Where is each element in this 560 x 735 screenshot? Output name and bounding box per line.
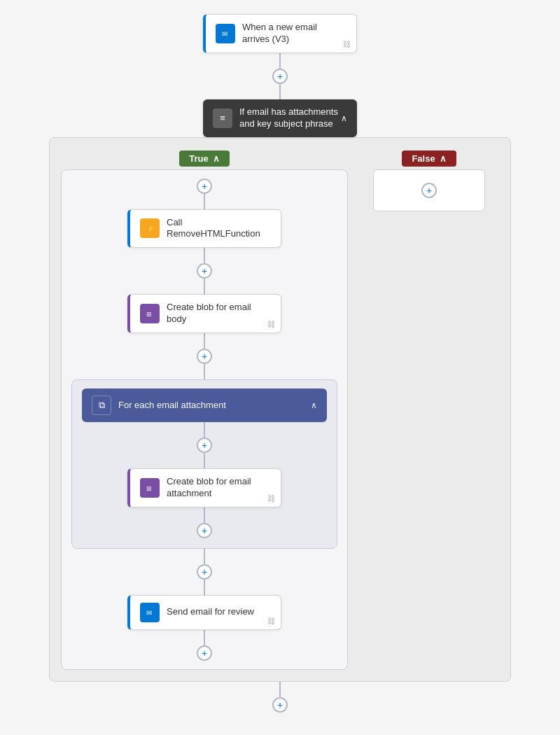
foreach-icon: ⧉: [92, 396, 111, 415]
branch-container: True ∧ + ⚡ Call RemoveHTMLFunction: [49, 137, 511, 682]
branch-false: False ∧ +: [359, 150, 499, 211]
trigger-link-icon: ⛓: [343, 40, 351, 48]
line-true-bottom: [204, 630, 205, 645]
call-function-icon: ⚡: [140, 218, 160, 238]
blob-body-link-icon: ⛓: [267, 320, 275, 328]
connector-1: +: [272, 53, 288, 99]
connector-foreach-1: +: [197, 422, 212, 468]
condition-header: ≡ If email has attachments and key subje…: [213, 106, 347, 130]
line-true-2: [204, 248, 205, 263]
svg-text:⊞: ⊞: [146, 311, 152, 318]
line-true-3b: [204, 364, 205, 379]
create-blob-body-label: Create blob for email body: [167, 302, 271, 326]
add-btn-foreach-1[interactable]: +: [197, 438, 212, 453]
connector-true-top: +: [197, 178, 212, 209]
add-btn-true-2[interactable]: +: [197, 263, 212, 279]
svg-text:✉: ✉: [146, 609, 152, 617]
line-true-1: [204, 194, 205, 209]
call-function-label: Call RemoveHTMLFunction: [167, 217, 271, 241]
add-btn-after-foreach[interactable]: +: [197, 564, 212, 580]
connector-foreach-2: +: [197, 507, 212, 538]
line-foreach-1: [204, 422, 205, 438]
true-chevron: ∧: [213, 153, 220, 164]
line-foreach-1b: [204, 453, 205, 468]
flow-container: ✉ When a new email arrives (V3) ⛓ + ≡ If…: [0, 14, 560, 713]
condition-icon: ≡: [213, 108, 232, 128]
add-btn-foreach-2[interactable]: +: [197, 523, 212, 538]
svg-text:⚡: ⚡: [146, 224, 155, 233]
line-after-foreach: [204, 549, 205, 564]
add-btn-1[interactable]: +: [272, 69, 288, 84]
svg-text:✉: ✉: [222, 30, 227, 38]
branch-true-label[interactable]: True ∧: [179, 150, 229, 167]
add-btn-true-bottom[interactable]: +: [197, 645, 212, 661]
foreach-label: For each email attachment: [118, 400, 226, 412]
false-empty-container: +: [373, 169, 485, 211]
condition-chevron: ∧: [341, 113, 347, 123]
line-after-foreach-b: [204, 580, 205, 595]
create-blob-body-icon: ⊞: [140, 304, 160, 323]
line-1b: [279, 84, 281, 99]
add-btn-bottom[interactable]: +: [272, 697, 288, 713]
connector-true-2: +: [197, 248, 212, 294]
add-btn-false[interactable]: +: [421, 183, 437, 198]
call-function-node[interactable]: ⚡ Call RemoveHTMLFunction: [127, 209, 281, 248]
trigger-label: When a new email arrives (V3): [242, 22, 346, 46]
create-blob-body-node[interactable]: ⊞ Create blob for email body ⛓: [127, 294, 281, 333]
blob-attachment-link-icon: ⛓: [267, 494, 275, 503]
send-email-icon: ✉: [140, 603, 160, 622]
line-true-2b: [204, 279, 205, 294]
send-email-link-icon: ⛓: [267, 617, 275, 625]
condition-label: If email has attachments and key subject…: [239, 106, 341, 130]
foreach-chevron: ∧: [311, 400, 317, 410]
connector-bottom: +: [272, 682, 288, 713]
create-blob-attachment-icon: ⊞: [140, 478, 160, 498]
line-1: [279, 53, 281, 69]
connector-after-foreach: +: [197, 549, 212, 595]
foreach-container: ⧉ For each email attachment ∧ + ⊞: [71, 379, 337, 549]
line-true-3: [204, 333, 205, 349]
trigger-icon: ✉: [216, 24, 235, 43]
add-btn-true-top[interactable]: +: [197, 178, 212, 194]
branch-false-label[interactable]: False ∧: [402, 150, 456, 167]
send-email-label: Send email for review: [167, 606, 254, 618]
connector-true-3: +: [197, 333, 212, 379]
create-blob-attachment-label: Create blob for email attachment: [167, 476, 271, 500]
branch-true: True ∧ + ⚡ Call RemoveHTMLFunction: [61, 150, 348, 670]
condition-node[interactable]: ≡ If email has attachments and key subje…: [203, 99, 357, 137]
add-btn-true-3[interactable]: +: [197, 349, 212, 364]
false-chevron: ∧: [440, 153, 447, 164]
trigger-node[interactable]: ✉ When a new email arrives (V3) ⛓: [203, 14, 357, 53]
svg-text:⊞: ⊞: [146, 485, 152, 492]
connector-true-bottom: +: [197, 630, 212, 661]
line-bottom: [279, 682, 281, 697]
send-email-node[interactable]: ✉ Send email for review ⛓: [127, 595, 281, 630]
true-inner-container: + ⚡ Call RemoveHTMLFunction +: [61, 169, 348, 670]
create-blob-attachment-node[interactable]: ⊞ Create blob for email attachment ⛓: [127, 468, 281, 507]
foreach-header[interactable]: ⧉ For each email attachment ∧: [82, 388, 327, 422]
line-foreach-2: [204, 507, 205, 523]
